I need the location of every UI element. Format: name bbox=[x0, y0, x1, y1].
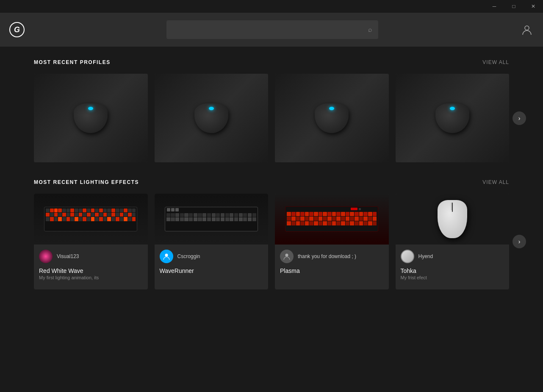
profiles-section-title: MOST RECENT PROFILES bbox=[34, 59, 111, 65]
lighting-card-red-white-wave[interactable]: Visual123 Red White Wave My first lighti… bbox=[34, 194, 148, 289]
lighting-name: Red White Wave bbox=[39, 267, 143, 274]
logitech-g-logo: G bbox=[9, 22, 25, 37]
username: thank you for download ; ) bbox=[298, 253, 356, 259]
search-input[interactable] bbox=[166, 20, 378, 39]
svg-point-0 bbox=[525, 26, 529, 30]
svg-point-1 bbox=[165, 254, 168, 257]
profile-card-image bbox=[155, 74, 269, 162]
profiles-cards-row: ? johnnyest 🖱 G604 LIGHTSPEED johnnymac … bbox=[34, 74, 509, 162]
lighting-sub: My first lighting animation, its bbox=[39, 275, 143, 280]
lighting-card-tohka[interactable]: Hyend Tohka My frist efect bbox=[396, 194, 510, 289]
mouse-graphic bbox=[194, 103, 228, 133]
lighting-card-image bbox=[275, 194, 389, 245]
avatar bbox=[401, 250, 414, 263]
lighting-view-all[interactable]: VIEW ALL bbox=[482, 179, 509, 185]
lighting-name: WaveRunner bbox=[160, 267, 263, 274]
card-user: Visual123 bbox=[39, 250, 143, 263]
username: Cscroggin bbox=[177, 253, 200, 259]
user-account-button[interactable] bbox=[519, 22, 535, 37]
card-user: Hyend bbox=[401, 250, 504, 263]
profiles-next-arrow[interactable]: › bbox=[513, 111, 526, 125]
lighting-card-waverunner[interactable]: Cscroggin WaveRunner bbox=[155, 194, 269, 289]
profile-card-johnnymac[interactable]: ? johnnyest 🖱 G604 LIGHTSPEED johnnymac … bbox=[34, 74, 148, 162]
lighting-section-header: MOST RECENT LIGHTING EFFECTS VIEW ALL bbox=[34, 179, 509, 185]
lighting-cards-row: Visual123 Red White Wave My first lighti… bbox=[34, 194, 509, 289]
lighting-card-plasma[interactable]: thank you for download ; ) Plasma bbox=[275, 194, 389, 289]
lighting-next-arrow[interactable]: › bbox=[513, 235, 526, 248]
profile-card-music-controller[interactable]: ? renoshinnosuke 🖱 G502 LIGHTSPEED Music… bbox=[275, 74, 389, 162]
lighting-section: MOST RECENT LIGHTING EFFECTS VIEW ALL bbox=[34, 179, 509, 289]
profile-card-image bbox=[34, 74, 148, 162]
search-bar: ⌕ bbox=[166, 20, 378, 39]
logo[interactable]: G bbox=[8, 21, 25, 38]
card-user: thank you for download ; ) bbox=[280, 250, 384, 263]
avatar bbox=[160, 250, 173, 263]
profile-card-productivity[interactable]: ? renoshinnosuke 🖱 G502 LIGHTSPEED Produ… bbox=[396, 74, 510, 162]
lighting-sub: My frist efect bbox=[401, 275, 504, 280]
close-button[interactable]: ✕ bbox=[524, 0, 543, 13]
lighting-card-image bbox=[34, 194, 148, 245]
lighting-card-image bbox=[396, 194, 510, 245]
minimize-button[interactable]: ─ bbox=[485, 0, 504, 13]
title-bar: ─ □ ✕ bbox=[0, 0, 543, 13]
profile-card-peizhi[interactable]: SIGE四哥 🖱 G502 LIGHTSPEED 配置文件 1 LOL ♥ 1 bbox=[155, 74, 269, 162]
profile-card-image bbox=[396, 74, 510, 162]
mouse-graphic bbox=[315, 103, 349, 133]
avatar bbox=[280, 250, 294, 263]
profiles-view-all[interactable]: VIEW ALL bbox=[482, 59, 509, 65]
card-info: Visual123 Red White Wave My first lighti… bbox=[34, 245, 148, 289]
lighting-card-image bbox=[155, 194, 269, 245]
main-content: MOST RECENT PROFILES VIEW ALL ? johnnyes… bbox=[0, 47, 543, 392]
lighting-name: Tohka bbox=[401, 267, 504, 274]
lighting-section-title: MOST RECENT LIGHTING EFFECTS bbox=[34, 179, 139, 185]
profile-card-image bbox=[275, 74, 389, 162]
card-user: Cscroggin bbox=[160, 250, 263, 263]
header: G ⌕ bbox=[0, 13, 543, 47]
card-info: thank you for download ; ) Plasma bbox=[275, 245, 389, 280]
card-info: Cscroggin WaveRunner bbox=[155, 245, 269, 280]
mouse-graphic bbox=[74, 103, 108, 133]
profiles-section: MOST RECENT PROFILES VIEW ALL ? johnnyes… bbox=[34, 59, 509, 162]
svg-point-2 bbox=[285, 254, 288, 257]
username: Visual123 bbox=[57, 253, 79, 259]
window-controls: ─ □ ✕ bbox=[485, 0, 543, 13]
lighting-name: Plasma bbox=[280, 267, 384, 274]
mouse-graphic bbox=[435, 103, 469, 133]
maximize-button[interactable]: □ bbox=[504, 0, 524, 13]
card-info: Hyend Tohka My frist efect bbox=[396, 245, 510, 289]
avatar bbox=[39, 250, 53, 263]
username: Hyend bbox=[418, 253, 433, 259]
profiles-section-header: MOST RECENT PROFILES VIEW ALL bbox=[34, 59, 509, 65]
search-icon: ⌕ bbox=[368, 26, 372, 33]
